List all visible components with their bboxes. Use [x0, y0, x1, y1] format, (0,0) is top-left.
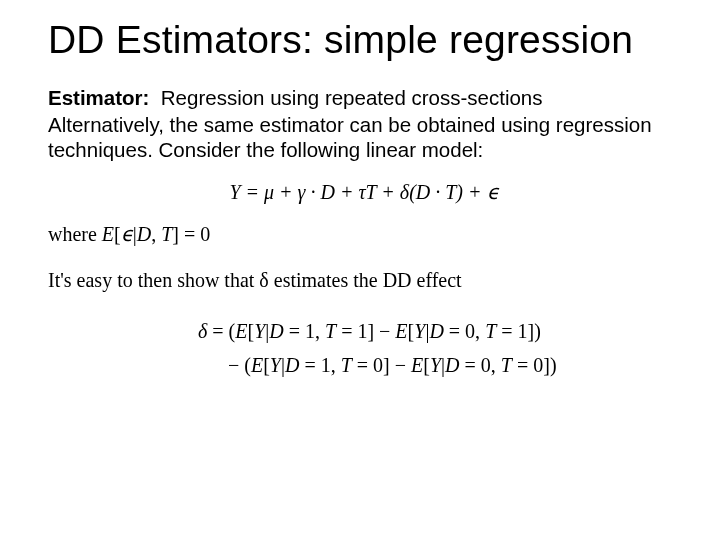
- equation-main: Y = μ + γ · D + τT + δ(D · T) + ϵ: [48, 176, 680, 208]
- slide-title: DD Estimators: simple regression: [48, 18, 680, 63]
- delta-line-2: − (E[Y|D = 1, T = 0] − E[Y|D = 0, T = 0]…: [198, 348, 680, 382]
- estimator-desc: Regression using repeated cross-sections: [161, 86, 543, 109]
- easy-line: It's easy to then show that δ estimates …: [48, 264, 680, 296]
- math-block: Y = μ + γ · D + τT + δ(D · T) + ϵ where …: [48, 176, 680, 382]
- body-text: Estimator: Regression using repeated cro…: [48, 85, 680, 162]
- slide: DD Estimators: simple regression Estimat…: [0, 0, 720, 540]
- where-rest: [ϵ|D, T] = 0: [114, 223, 210, 245]
- estimator-line: Estimator: Regression using repeated cro…: [48, 85, 680, 110]
- eq-main-text: Y = μ + γ · D + τT + δ(D · T) + ϵ: [229, 181, 498, 203]
- delta-line-1: δ = (E[Y|D = 1, T = 1] − E[Y|D = 0, T = …: [198, 314, 680, 348]
- intro-paragraph: Alternatively, the same estimator can be…: [48, 112, 680, 162]
- where-clause: where E[ϵ|D, T] = 0: [48, 218, 680, 250]
- where-expr: E: [102, 223, 114, 245]
- estimator-label: Estimator:: [48, 86, 149, 109]
- delta-equation: δ = (E[Y|D = 1, T = 1] − E[Y|D = 0, T = …: [198, 314, 680, 382]
- where-word: where: [48, 223, 102, 245]
